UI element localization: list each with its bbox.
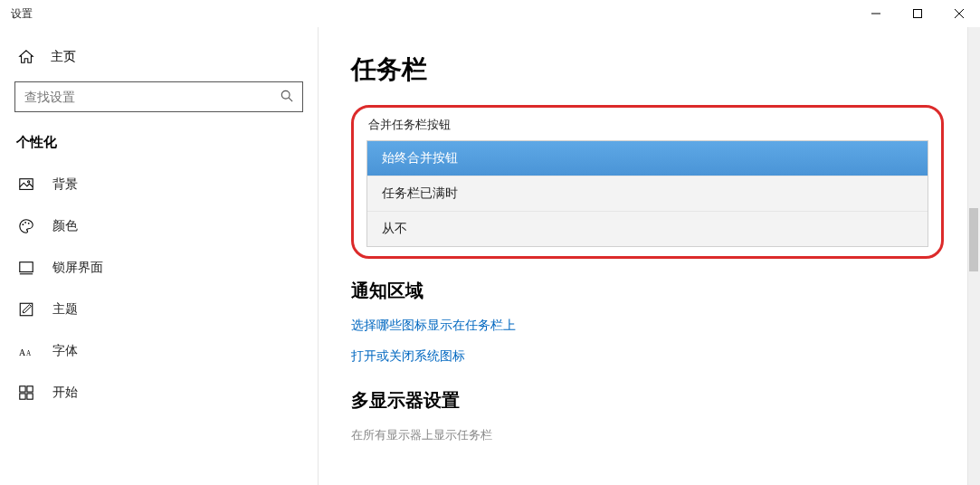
theme-icon [18, 301, 34, 318]
svg-line-5 [289, 98, 292, 101]
sidebar-item-start[interactable]: 开始 [0, 372, 318, 414]
window-maximize-button[interactable] [897, 0, 938, 27]
multi-monitor-hint: 在所有显示器上显示任务栏 [351, 427, 944, 443]
svg-rect-16 [20, 386, 25, 392]
highlight-annotation: 合并任务栏按钮 始终合并按钮 任务栏已满时 从不 [351, 105, 944, 259]
svg-rect-11 [20, 262, 33, 272]
svg-point-4 [281, 90, 290, 99]
scrollbar-track[interactable] [967, 27, 980, 485]
font-icon: AA [18, 343, 34, 359]
search-input[interactable] [24, 90, 273, 104]
window-minimize-button[interactable] [855, 0, 897, 27]
sidebar-item-label: 主题 [52, 301, 78, 318]
app-title: 设置 [11, 6, 33, 22]
svg-rect-18 [20, 394, 25, 399]
sidebar-item-lockscreen[interactable]: 锁屏界面 [0, 247, 318, 289]
sidebar: 主页 个性化 背景 颜色 锁屏界面 [0, 27, 319, 485]
svg-point-8 [23, 223, 24, 225]
svg-rect-17 [27, 386, 33, 392]
sidebar-item-themes[interactable]: 主题 [0, 289, 318, 330]
scrollbar-thumb[interactable] [969, 208, 978, 271]
svg-rect-1 [914, 10, 922, 18]
sidebar-item-label: 开始 [52, 385, 78, 401]
content-area: 任务栏 合并任务栏按钮 始终合并按钮 任务栏已满时 从不 通知区域 选择哪些图标… [319, 27, 980, 485]
sidebar-item-label: 背景 [52, 176, 78, 193]
combine-taskbar-dropdown[interactable]: 始终合并按钮 任务栏已满时 从不 [366, 140, 928, 247]
picture-icon [18, 176, 34, 193]
svg-rect-19 [27, 394, 33, 399]
page-title: 任务栏 [351, 52, 944, 87]
link-toggle-system-icons[interactable]: 打开或关闭系统图标 [351, 348, 944, 365]
sidebar-item-fonts[interactable]: AA 字体 [0, 330, 318, 372]
palette-icon [18, 218, 34, 234]
window-close-button[interactable] [938, 0, 980, 27]
svg-point-7 [28, 181, 30, 183]
svg-point-10 [28, 223, 30, 224]
notification-area-heading: 通知区域 [351, 279, 944, 303]
sidebar-section-label: 个性化 [0, 128, 318, 164]
search-input-container[interactable] [14, 81, 303, 112]
maximize-icon [913, 9, 922, 18]
sidebar-item-label: 锁屏界面 [52, 260, 103, 276]
multi-monitor-heading: 多显示器设置 [351, 388, 944, 413]
sidebar-item-home[interactable]: 主页 [0, 42, 318, 81]
home-icon [18, 49, 34, 65]
sidebar-item-background[interactable]: 背景 [0, 164, 318, 205]
svg-point-9 [24, 222, 26, 223]
sidebar-item-colors[interactable]: 颜色 [0, 205, 318, 247]
svg-text:A: A [19, 347, 26, 357]
lock-screen-icon [18, 260, 34, 276]
start-icon [18, 385, 34, 401]
svg-text:A: A [26, 350, 32, 357]
dropdown-option-selected[interactable]: 始终合并按钮 [367, 141, 928, 176]
home-label: 主页 [51, 49, 76, 65]
svg-rect-6 [20, 179, 33, 190]
combine-taskbar-label: 合并任务栏按钮 [366, 113, 928, 140]
sidebar-item-label: 颜色 [52, 218, 78, 234]
close-icon [955, 9, 964, 18]
dropdown-option[interactable]: 任务栏已满时 [367, 176, 928, 211]
minimize-icon [871, 9, 880, 18]
search-icon [281, 90, 293, 105]
dropdown-option[interactable]: 从不 [367, 211, 928, 246]
sidebar-item-label: 字体 [52, 343, 78, 359]
link-select-taskbar-icons[interactable]: 选择哪些图标显示在任务栏上 [351, 318, 944, 334]
titlebar: 设置 [0, 0, 980, 27]
